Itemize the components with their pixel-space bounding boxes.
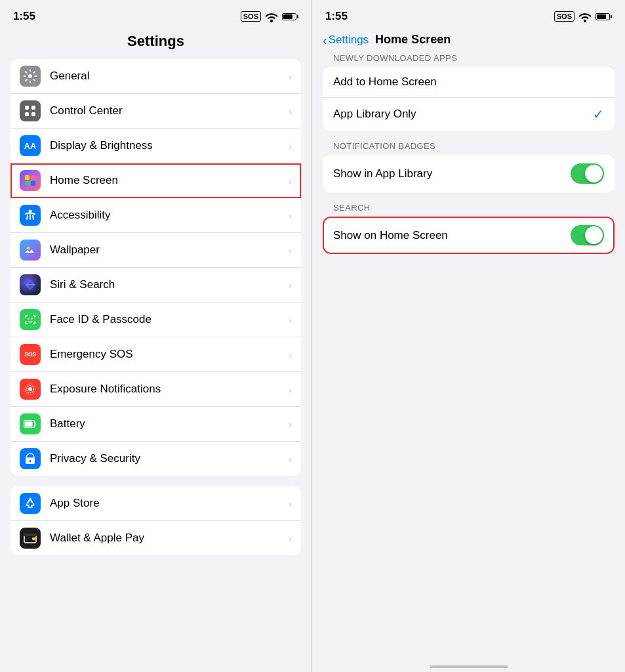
back-label: Settings <box>329 33 369 47</box>
svg-rect-3 <box>25 112 29 116</box>
display-chevron: › <box>289 140 292 152</box>
svg-point-22 <box>30 460 31 462</box>
notification-badges-block: Show in App Library <box>323 155 615 192</box>
faceid-chevron: › <box>289 314 292 326</box>
faceid-icon <box>20 309 41 330</box>
display-icon: AA <box>20 135 41 156</box>
sos-icon: SOS <box>20 344 41 365</box>
right-wifi-icon <box>578 9 592 24</box>
accessibility-chevron: › <box>289 210 292 221</box>
home-indicator <box>312 659 625 672</box>
settings-item-general[interactable]: General › <box>10 59 301 94</box>
exposure-chevron: › <box>289 384 292 395</box>
general-label: General <box>50 70 283 83</box>
toggle-knob-2 <box>585 226 603 244</box>
app-library-only-label: App Library Only <box>333 108 593 121</box>
accessibility-label: Accessibility <box>50 209 283 222</box>
show-on-home-screen-label: Show on Home Screen <box>333 229 571 242</box>
app-library-only-row[interactable]: App Library Only ✓ <box>323 98 615 131</box>
siri-chevron: › <box>289 280 292 291</box>
privacy-chevron: › <box>289 453 292 465</box>
accessibility-icon <box>20 205 41 226</box>
svg-point-9 <box>29 210 32 213</box>
show-on-home-screen-toggle[interactable] <box>571 225 604 245</box>
add-to-home-label: Add to Home Screen <box>333 75 604 89</box>
faceid-label: Face ID & Passcode <box>50 313 283 326</box>
svg-point-15 <box>31 318 33 320</box>
settings-item-sos[interactable]: SOS Emergency SOS › <box>10 337 301 372</box>
settings-item-exposure[interactable]: Exposure Notifications › <box>10 372 301 407</box>
home-screen-chevron: › <box>289 175 292 186</box>
control-center-chevron: › <box>289 106 292 117</box>
battery-label: Battery <box>50 417 283 430</box>
exposure-icon <box>20 379 41 400</box>
settings-item-control-center[interactable]: Control Center › <box>10 94 301 129</box>
back-button[interactable]: ‹ Settings <box>323 33 369 47</box>
svg-point-10 <box>27 247 30 250</box>
settings-item-home-screen[interactable]: Home Screen › <box>10 163 301 198</box>
left-time: 1:55 <box>13 10 35 23</box>
svg-rect-1 <box>25 106 29 110</box>
appstore-chevron: › <box>289 498 292 509</box>
svg-rect-6 <box>31 175 35 180</box>
back-chevron-icon: ‹ <box>323 33 327 47</box>
siri-label: Siri & Search <box>50 278 283 291</box>
settings-item-battery[interactable]: Battery › <box>10 407 301 442</box>
display-label: Display & Brightness <box>50 139 283 152</box>
left-wifi-icon <box>264 9 279 24</box>
show-in-app-library-row[interactable]: Show in App Library <box>323 155 615 192</box>
wallet-label: Wallet & Apple Pay <box>50 532 283 545</box>
settings-item-display[interactable]: AA Display & Brightness › <box>10 129 301 163</box>
wallpaper-label: Wallpaper <box>50 243 283 257</box>
left-settings-list: General › Control Center › AA Display & … <box>10 59 301 476</box>
privacy-icon <box>20 448 41 469</box>
svg-rect-24 <box>24 534 37 536</box>
home-screen-label: Home Screen <box>50 174 283 187</box>
left-panel: 1:55 SOS Settings <box>0 0 312 672</box>
wallpaper-icon <box>20 240 41 261</box>
appstore-label: App Store <box>50 497 283 510</box>
svg-rect-20 <box>25 422 33 427</box>
show-on-home-screen-row[interactable]: Show on Home Screen <box>323 217 615 254</box>
exposure-label: Exposure Notifications <box>50 383 283 396</box>
left-settings-list-2: App Store › Wallet & Apple Pay › <box>10 486 301 555</box>
svg-point-14 <box>28 318 30 320</box>
home-bar <box>430 665 508 668</box>
section-search: SEARCH Show on Home Screen <box>312 203 625 261</box>
right-page-title: Home Screen <box>375 33 451 47</box>
sos-chevron: › <box>289 349 292 360</box>
settings-item-accessibility[interactable]: Accessibility › <box>10 198 301 233</box>
add-to-home-row[interactable]: Add to Home Screen <box>323 67 615 98</box>
battery-chevron: › <box>289 419 292 430</box>
svg-point-0 <box>28 74 32 78</box>
svg-rect-5 <box>25 175 30 180</box>
left-status-icons: SOS <box>241 9 298 24</box>
show-in-app-library-toggle[interactable] <box>571 163 604 184</box>
settings-item-siri[interactable]: Siri & Search › <box>10 268 301 303</box>
settings-item-wallpaper[interactable]: Wallpaper › <box>10 233 301 268</box>
control-center-label: Control Center <box>50 104 283 117</box>
right-battery-icon <box>595 13 612 20</box>
wallet-chevron: › <box>289 533 292 544</box>
svg-rect-4 <box>31 112 35 116</box>
svg-rect-8 <box>31 181 35 186</box>
right-time: 1:55 <box>325 10 348 23</box>
search-block: Show on Home Screen <box>323 217 615 254</box>
home-screen-icon <box>20 170 41 191</box>
section-newly-downloaded: NEWLY DOWNLOADED APPS Add to Home Screen… <box>312 53 625 137</box>
settings-item-appstore[interactable]: App Store › <box>10 486 301 521</box>
settings-item-wallet[interactable]: Wallet & Apple Pay › <box>10 521 301 555</box>
settings-item-faceid[interactable]: Face ID & Passcode › <box>10 303 301 337</box>
svg-rect-7 <box>25 181 30 186</box>
left-page-title: Settings <box>0 29 312 59</box>
right-status-icons: SOS <box>554 9 612 24</box>
left-sos-badge: SOS <box>241 11 261 22</box>
newly-downloaded-header: NEWLY DOWNLOADED APPS <box>312 53 625 67</box>
svg-rect-2 <box>31 106 35 110</box>
siri-icon <box>20 274 41 295</box>
settings-item-privacy[interactable]: Privacy & Security › <box>10 442 301 476</box>
notification-badges-header: NOTIFICATION BADGES <box>312 141 625 155</box>
right-sos-badge: SOS <box>554 11 575 22</box>
newly-downloaded-block: Add to Home Screen App Library Only ✓ <box>323 67 615 131</box>
app-library-checkmark: ✓ <box>593 106 604 122</box>
